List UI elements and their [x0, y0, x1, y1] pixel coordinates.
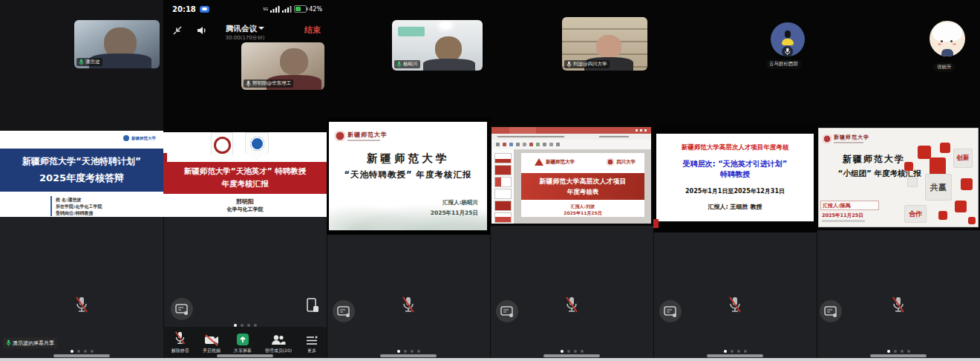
- more-label: 更多: [307, 348, 316, 354]
- participant-name-tag: 刘波@四川大学: [564, 60, 610, 68]
- manage-members-button[interactable]: 管理成员(20): [265, 334, 292, 354]
- home-indicator[interactable]: [707, 354, 763, 357]
- seal-icon: [607, 158, 614, 166]
- minimize-icon[interactable]: [172, 25, 183, 39]
- shared-slide-1[interactable]: 新疆师范大学 新疆师范大学“天池特聘计划” 2025年度考核答辩 姓 名:潘浩波…: [0, 131, 163, 217]
- logo-text: 新疆师范大学: [546, 159, 575, 166]
- battery-percent: 42%: [309, 6, 322, 13]
- meeting-grid: 潘浩波 新疆师范大学 新疆师范大学“天池特聘计划” 2025年度考核答辩 姓 名…: [0, 0, 980, 361]
- window-controls: [636, 129, 649, 131]
- window-title-bar: [491, 127, 651, 134]
- tag-cooperation: 合作: [904, 205, 927, 223]
- signal-icon: [270, 6, 280, 13]
- mic-muted-icon: [174, 331, 186, 346]
- avatar-blush: [938, 43, 941, 45]
- slide-thumbnail-panel[interactable]: [491, 149, 514, 224]
- network-type-label: 5G: [263, 7, 268, 11]
- participant-name-tag: 邢明阳@华东理工: [244, 79, 293, 88]
- blue-seal-icon: [250, 137, 264, 151]
- participant-video-4[interactable]: 刘波@四川大学: [562, 17, 647, 71]
- mic-active-icon: [79, 59, 84, 65]
- members-icon: [270, 334, 286, 346]
- start-video-button[interactable]: 开启视频: [203, 334, 220, 354]
- participant-video-1[interactable]: 潘浩波: [74, 20, 160, 68]
- avatar-hair: [932, 22, 962, 42]
- participant-name: 潘浩波: [85, 59, 100, 65]
- avatar-blush: [953, 43, 956, 45]
- more-button[interactable]: 更多: [305, 335, 318, 354]
- muted-mic-icon: [74, 296, 89, 318]
- presenter-name-line: 姓 名:潘浩波: [56, 196, 102, 203]
- share-screen-button[interactable]: 共享屏幕: [234, 333, 252, 354]
- home-indicator[interactable]: [870, 354, 927, 357]
- captions-button[interactable]: [659, 300, 682, 322]
- muted-mic-icon: [564, 296, 579, 318]
- meeting-view-6: 张丽芳 新疆师范大学 新疆师范大学 “小组团” 年度考核汇报 创新: [817, 0, 980, 361]
- slide-title-line2: 2025年度考核答辩: [0, 172, 163, 185]
- home-indicator[interactable]: [380, 354, 437, 357]
- presenter-line: 汇报人:陈禹: [820, 201, 879, 210]
- menu-bar: [491, 134, 651, 140]
- slide-title-band: 新疆师范大学“天池英才” 特聘教授 年度考核汇报: [163, 162, 327, 194]
- tag-winwin: 共赢: [925, 174, 952, 201]
- logo-text: 新疆师范大学: [347, 131, 388, 139]
- meeting-view-2: 20:18 5G 42% 腾讯会议 30:00(170分钟) 结束: [163, 0, 327, 361]
- home-indicator[interactable]: [543, 354, 600, 357]
- home-indicator[interactable]: [53, 354, 110, 357]
- participant-video-2[interactable]: 邢明阳@华东理工: [241, 42, 324, 90]
- share-screen-label: 共享屏幕: [234, 348, 252, 354]
- participant-name-tag: 云与群松西部: [765, 59, 802, 69]
- participant-body: [423, 59, 475, 71]
- slide-title-line2: 年度考核表: [521, 188, 644, 197]
- shared-screen-3[interactable]: 新疆师范大学 新疆师范大学 “天池特聘教授” 年度考核汇报 汇报人:杨昭川 20…: [327, 117, 490, 235]
- participant-face: [596, 35, 621, 59]
- slide-title-line2: 年度考核汇报: [163, 179, 327, 189]
- tag-innovation: 创新: [953, 149, 973, 168]
- red-seal-icon: [214, 137, 231, 154]
- shared-screen-6[interactable]: 新疆师范大学 新疆师范大学 “小组团” 年度考核汇报 创新 共赢 合作: [817, 123, 980, 230]
- footer-decoration: [822, 220, 865, 222]
- university-logo-left: 新疆师范大学: [535, 158, 575, 166]
- home-indicator[interactable]: [217, 354, 273, 357]
- logo-emblem-icon: [123, 135, 129, 141]
- participant-face: [280, 48, 308, 75]
- shared-slide-4: 新疆师范大学 四川大学 新疆师范大学高层次人才项目 年度考核表 汇报人:刘波 2…: [521, 153, 644, 217]
- meeting-view-5: 云与群松西部 新疆师范大学高层次人才项目年度考核 受聘层次: “天池英才引进计划…: [653, 0, 817, 361]
- shared-slide-3: 新疆师范大学 新疆师范大学 “天池特聘教授” 年度考核汇报 汇报人:杨昭川 20…: [329, 122, 487, 230]
- university-logo: 新疆师范大学: [823, 134, 869, 143]
- meeting-view-1: 潘浩波 新疆师范大学 新疆师范大学“天池特聘计划” 2025年度考核答辩 姓 名…: [0, 0, 163, 361]
- participant-video-3[interactable]: 杨昭川: [392, 20, 483, 71]
- participant-name: 张丽芳: [937, 64, 952, 70]
- ceiling-lamp: [440, 22, 451, 29]
- camera-off-icon: [204, 334, 219, 346]
- shared-screen-5[interactable]: 新疆师范大学高层次人才项目年度考核 受聘层次: “天池英才引进计划” 特聘教授 …: [653, 123, 817, 232]
- logo-subtext: [834, 142, 863, 143]
- presenter-department: 化学与化工学院: [163, 206, 327, 213]
- switch-view-button[interactable]: [304, 297, 321, 316]
- participant-name-tag: 张丽芳: [933, 62, 956, 72]
- bottom-edge-strip: [0, 358, 980, 361]
- unmute-button[interactable]: 解除静音: [172, 331, 189, 354]
- participant-avatar[interactable]: [930, 21, 965, 56]
- end-meeting-button[interactable]: 结束: [304, 25, 321, 36]
- slide-title-line1: 新疆师范大学高层次人才项目: [521, 177, 644, 186]
- shared-screen-4[interactable]: 新疆师范大学 四川大学 新疆师范大学高层次人才项目 年度考核表 汇报人:刘波 2…: [490, 125, 653, 226]
- avatar-eye: [941, 40, 943, 42]
- university-pennant-right: [245, 132, 269, 160]
- participant-name: 杨昭川: [403, 61, 418, 68]
- meeting-title[interactable]: 腾讯会议: [193, 24, 297, 34]
- start-video-label: 开启视频: [203, 348, 220, 354]
- captions-button[interactable]: [820, 300, 842, 322]
- captions-button[interactable]: [496, 300, 518, 322]
- captions-button[interactable]: [333, 300, 355, 322]
- logo-text: 四川大学: [616, 159, 636, 166]
- participant-name: 邢明阳@华东理工: [252, 80, 291, 87]
- shared-slide-2[interactable]: 新疆师范大学“天池英才” 特聘教授 年度考核汇报 邢明阳 化学与化工学院: [163, 132, 327, 217]
- participant-name: 刘波@四川大学: [573, 61, 607, 68]
- presenter-line: 汇报人:杨昭川: [442, 199, 478, 206]
- clock-time: 20:18: [172, 5, 196, 13]
- slide-presenter-info: 姓 名:潘浩波 所在学院:化学化工学院 受聘岗位:特聘教授: [50, 196, 102, 216]
- presenter-line: 汇报人:刘波: [521, 204, 644, 210]
- slide-title-line1: 新疆师范大学“天池特聘计划”: [0, 155, 163, 168]
- air-conditioner: [398, 27, 425, 36]
